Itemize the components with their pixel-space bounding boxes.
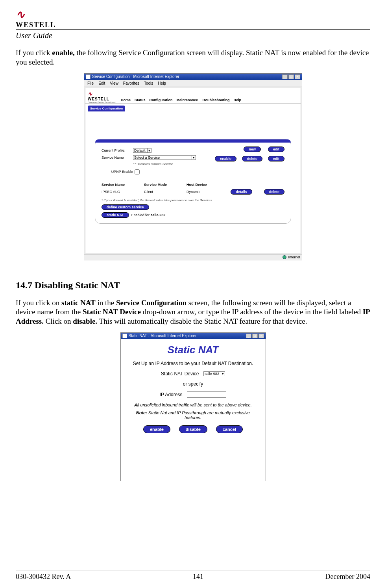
para-1: If you click enable, the following Servi… (16, 48, 370, 67)
firewall-note: * If your firewall is enabled, the firew… (102, 198, 284, 202)
nav-help[interactable]: Help (234, 98, 242, 102)
p2-s5: This will automatically disable the Stat… (97, 317, 307, 325)
app-swoosh-icon: ∿ (88, 91, 92, 97)
nav-troubleshooting[interactable]: Troubleshooting (202, 98, 230, 102)
p2-b2: Static NAT Device (83, 308, 141, 316)
enable-button[interactable]: enable (215, 156, 236, 161)
tab-service-configuration[interactable]: Service Configuration (88, 106, 125, 111)
new-button[interactable]: new (244, 147, 261, 152)
upnp-checkbox[interactable] (135, 169, 140, 174)
close-icon[interactable]: × (259, 334, 264, 338)
service-name-value: Select a Service (134, 156, 160, 160)
window-title-2: Static NAT - Microsoft Internet Explorer (129, 334, 197, 338)
footer-center: 141 (193, 573, 203, 581)
p2-s0: If you click on (16, 299, 61, 307)
static-nat-note-2: Note: Static Nat and IP Passthrough are … (134, 410, 252, 420)
minimize-icon[interactable]: _ (246, 334, 251, 338)
upnp-label: UPNP Enable (102, 170, 133, 174)
current-profile-value: Default (134, 148, 146, 152)
delete-button[interactable]: delete (242, 156, 262, 161)
browser-statusbar: Internet (84, 254, 302, 260)
current-profile-select[interactable]: Default ▾ (133, 148, 151, 153)
th-service-name: Service Name (102, 183, 132, 187)
logo-rule (16, 29, 370, 30)
th-service-mode: Service Mode (144, 183, 175, 187)
chevron-down-icon: ▾ (147, 148, 150, 152)
ip-address-input[interactable] (187, 391, 226, 398)
minimize-icon[interactable]: _ (282, 74, 288, 79)
footer-left: 030-300432 Rev. A (16, 573, 71, 581)
td-service-mode: Client (144, 190, 175, 194)
menu-view[interactable]: View (110, 81, 118, 85)
browser-menubar: File Edit View Favorites Tools Help (84, 80, 302, 87)
panel-topband (95, 139, 291, 143)
browser-viewport: ∿ WESTELL Discover Better Broadband Home… (85, 88, 301, 253)
td-host-device: Dynamic (187, 190, 217, 194)
service-name-select[interactable]: Select a Service ▾ (133, 155, 196, 160)
row-delete-button[interactable]: delete (264, 189, 284, 195)
p2-b1: Service Configuration (116, 299, 187, 307)
static-nat-heading: Static NAT (127, 344, 259, 356)
snat-cancel-button[interactable]: cancel (216, 425, 243, 433)
static-nat-note-1: All unsolicited inbound traffic will be … (134, 403, 252, 407)
app-nav: Home Status Configuration Maintenance Tr… (121, 98, 241, 104)
nav-status[interactable]: Status (135, 98, 146, 102)
nav-home[interactable]: Home (121, 98, 131, 102)
window-titlebar-2: Static NAT - Microsoft Internet Explorer… (121, 333, 266, 339)
status-device: salle-982 (150, 213, 165, 217)
chevron-down-icon: ▾ (221, 372, 224, 376)
note-label: Note: (136, 410, 147, 415)
status-internet: Internet (288, 255, 300, 259)
static-nat-button[interactable]: static NAT (102, 212, 129, 218)
page-logo: ∿ WESTELL (16, 8, 370, 30)
ip-address-label: IP Address (160, 392, 183, 397)
window-titlebar: Service Configuration - Microsoft Intern… (84, 74, 302, 80)
close-icon[interactable]: × (295, 74, 300, 79)
para-2: If you click on static NAT in the Servic… (16, 298, 370, 326)
logo-swoosh-icon: ∿ (16, 8, 370, 21)
window-title: Service Configuration - Microsoft Intern… (92, 74, 179, 79)
p2-b0: static NAT (61, 299, 96, 307)
td-service-name: IPSEC ALG (102, 190, 132, 194)
edit-profile-button[interactable]: edit (268, 147, 284, 152)
doc-subhead: User Guide (16, 31, 370, 40)
screenshot-service-config: Service Configuration - Microsoft Intern… (84, 73, 302, 260)
menu-help[interactable]: Help (158, 81, 166, 85)
nav-configuration[interactable]: Configuration (150, 98, 173, 102)
table-row: IPSEC ALG Client Dynamic details delete (102, 189, 284, 195)
ie-icon (122, 334, 127, 338)
maximize-icon[interactable]: □ (288, 74, 294, 79)
or-specify-label: or specify (127, 381, 259, 387)
page-footer: 030-300432 Rev. A 141 December 2004 (16, 571, 370, 581)
nav-maintenance[interactable]: Maintenance (177, 98, 198, 102)
app-header: ∿ WESTELL Discover Better Broadband Home… (85, 88, 301, 104)
para-1-bold: enable, (52, 48, 75, 57)
app-brand: WESTELL (88, 97, 109, 101)
snat-enable-button[interactable]: enable (143, 425, 170, 433)
brand-name: WESTELL (16, 21, 370, 29)
maximize-icon[interactable]: □ (252, 334, 258, 338)
chevron-down-icon: ▾ (192, 156, 195, 160)
snat-disable-button[interactable]: disable (179, 425, 207, 433)
menu-file[interactable]: File (87, 81, 94, 85)
static-nat-device-label: Static NAT Device (161, 371, 199, 377)
service-name-label: Service Name (102, 156, 133, 160)
para-1-prefix: If you click (16, 48, 52, 57)
static-nat-device-value: salle-982 (205, 372, 219, 376)
status-prefix: Enabled for (131, 213, 151, 217)
static-nat-device-select[interactable]: salle-982 ▾ (203, 371, 225, 376)
edit-service-button[interactable]: edit (268, 156, 284, 161)
p2-s4: Click on (44, 317, 73, 325)
config-panel: new edit enable delete edit Current Prof… (95, 139, 291, 224)
details-button[interactable]: details (231, 189, 252, 195)
note-text: Static Nat and IP Passthrough are mutual… (147, 410, 250, 420)
menu-tools[interactable]: Tools (144, 81, 153, 85)
menu-edit[interactable]: Edit (98, 81, 105, 85)
app-logo: ∿ WESTELL Discover Better Broadband (88, 91, 116, 104)
menu-favorites[interactable]: Favorites (123, 81, 139, 85)
th-host-device: Host Device (187, 183, 217, 187)
screenshot-static-nat: Static NAT - Microsoft Internet Explorer… (120, 332, 266, 481)
p2-s1: in the (96, 299, 116, 307)
define-custom-service-button[interactable]: define custom service (102, 204, 149, 210)
service-name-note: ' * ' Denotes Custom Service (133, 162, 284, 166)
